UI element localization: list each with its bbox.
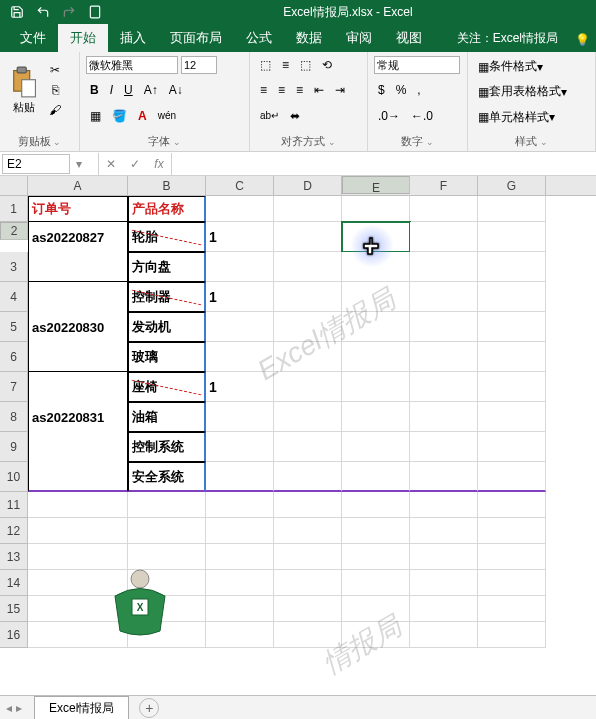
comma-icon[interactable]: ,: [413, 81, 424, 99]
cell[interactable]: [410, 462, 478, 492]
cell[interactable]: [478, 622, 546, 648]
cell[interactable]: [410, 282, 478, 312]
row-header[interactable]: 13: [0, 544, 28, 570]
touch-mode-icon[interactable]: [84, 2, 106, 22]
cancel-formula-icon[interactable]: ✕: [99, 153, 123, 175]
align-left-icon[interactable]: ≡: [256, 81, 271, 99]
cell[interactable]: [274, 372, 342, 402]
cell[interactable]: [274, 570, 342, 596]
cell[interactable]: [274, 312, 342, 342]
cell[interactable]: [478, 544, 546, 570]
cell[interactable]: [342, 492, 410, 518]
redo-icon[interactable]: [58, 2, 80, 22]
cell[interactable]: [478, 432, 546, 462]
cell[interactable]: [342, 196, 410, 222]
sheet-nav-next-icon[interactable]: ▸: [16, 701, 22, 715]
cell[interactable]: [274, 622, 342, 648]
cell[interactable]: [342, 462, 410, 492]
name-box[interactable]: [2, 154, 70, 174]
cell[interactable]: [342, 252, 410, 282]
order-cell[interactable]: [28, 252, 128, 282]
cell[interactable]: [206, 492, 274, 518]
cell[interactable]: [342, 312, 410, 342]
tab-page-layout[interactable]: 页面布局: [158, 24, 234, 52]
cell[interactable]: [342, 622, 410, 648]
cell[interactable]: [206, 622, 274, 648]
select-all-corner[interactable]: [0, 176, 28, 195]
cell[interactable]: [342, 596, 410, 622]
order-cell[interactable]: [28, 282, 128, 312]
product-cell[interactable]: 油箱: [128, 402, 206, 432]
cell[interactable]: [342, 372, 410, 402]
row-header[interactable]: 7: [0, 372, 28, 402]
cell[interactable]: [342, 282, 410, 312]
product-cell[interactable]: 轮胎: [128, 222, 206, 252]
undo-icon[interactable]: [32, 2, 54, 22]
cell[interactable]: [410, 342, 478, 372]
tab-review[interactable]: 审阅: [334, 24, 384, 52]
order-cell[interactable]: [28, 342, 128, 372]
cell[interactable]: [128, 518, 206, 544]
cell[interactable]: [274, 342, 342, 372]
new-sheet-button[interactable]: +: [139, 698, 159, 718]
currency-icon[interactable]: $: [374, 81, 389, 99]
cell[interactable]: [274, 196, 342, 222]
cell[interactable]: [478, 518, 546, 544]
cell[interactable]: [478, 196, 546, 222]
cell[interactable]: [342, 402, 410, 432]
count-cell[interactable]: [206, 252, 274, 282]
cell-styles-button[interactable]: ▦ 单元格样式 ▾: [474, 107, 559, 128]
cell[interactable]: [410, 544, 478, 570]
cell[interactable]: [410, 492, 478, 518]
cell[interactable]: [478, 596, 546, 622]
increase-font-icon[interactable]: A↑: [140, 81, 162, 99]
cell[interactable]: [410, 402, 478, 432]
row-header[interactable]: 8: [0, 402, 28, 432]
col-header-D[interactable]: D: [274, 176, 342, 195]
row-header[interactable]: 2: [0, 222, 28, 240]
align-top-icon[interactable]: ⬚: [256, 56, 275, 74]
sheet-tab[interactable]: Excel情报局: [34, 696, 129, 720]
row-header[interactable]: 1: [0, 196, 28, 222]
cell[interactable]: [410, 372, 478, 402]
cell[interactable]: [410, 622, 478, 648]
cell[interactable]: [274, 462, 342, 492]
insert-function-icon[interactable]: fx: [147, 153, 171, 175]
indent-increase-icon[interactable]: ⇥: [331, 81, 349, 99]
cell[interactable]: [342, 544, 410, 570]
cell[interactable]: [274, 492, 342, 518]
percent-icon[interactable]: %: [392, 81, 411, 99]
increase-decimal-icon[interactable]: .0→: [374, 107, 404, 125]
cell[interactable]: [274, 518, 342, 544]
font-size-select[interactable]: [181, 56, 217, 74]
cell[interactable]: [410, 570, 478, 596]
formula-input[interactable]: [172, 155, 596, 173]
count-cell[interactable]: [206, 462, 274, 492]
wrap-text-icon[interactable]: ab↵: [256, 108, 283, 123]
cell[interactable]: [410, 596, 478, 622]
product-cell[interactable]: 方向盘: [128, 252, 206, 282]
cell[interactable]: [478, 252, 546, 282]
cell[interactable]: [478, 312, 546, 342]
conditional-formatting-button[interactable]: ▦ 条件格式 ▾: [474, 56, 547, 77]
cell[interactable]: [410, 222, 478, 252]
cell[interactable]: [342, 432, 410, 462]
count-cell[interactable]: 1: [206, 282, 274, 312]
tab-file[interactable]: 文件: [8, 24, 58, 52]
count-cell[interactable]: 1: [206, 222, 274, 252]
row-header[interactable]: 12: [0, 518, 28, 544]
indent-decrease-icon[interactable]: ⇤: [310, 81, 328, 99]
cell[interactable]: [206, 596, 274, 622]
cell[interactable]: [274, 432, 342, 462]
cell[interactable]: [274, 252, 342, 282]
number-format-select[interactable]: [374, 56, 460, 74]
order-cell[interactable]: [28, 432, 128, 462]
merge-center-icon[interactable]: ⬌: [286, 107, 304, 125]
cell[interactable]: [410, 432, 478, 462]
header-cell[interactable]: 订单号: [28, 196, 128, 222]
col-header-G[interactable]: G: [478, 176, 546, 195]
order-cell[interactable]: as20220830: [28, 312, 128, 342]
cell[interactable]: [28, 518, 128, 544]
count-cell[interactable]: 1: [206, 372, 274, 402]
tab-data[interactable]: 数据: [284, 24, 334, 52]
